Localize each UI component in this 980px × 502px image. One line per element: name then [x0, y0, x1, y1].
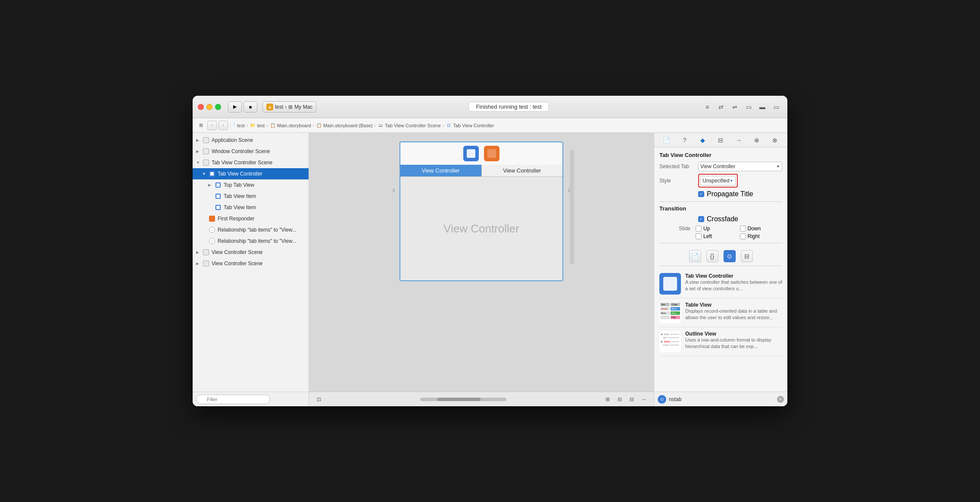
zoom-icon[interactable]: ↔	[639, 395, 649, 404]
breadcrumb-item-2[interactable]: 📋 Main.storyboard	[270, 122, 311, 129]
breadcrumb-label-4: Tab View Controller Scene	[385, 123, 440, 128]
left-checkbox[interactable]	[696, 233, 702, 239]
scheme-selector[interactable]: ▲ test › ⊞ My Mac	[262, 101, 316, 113]
debug-icon[interactable]: ▬	[756, 101, 768, 113]
expand-arrow: ▼	[196, 160, 202, 165]
editor-standard-icon[interactable]: ≡	[701, 101, 713, 113]
canvas-bottom-icons-left: ⊡	[314, 395, 324, 404]
sidebar-item-tab-view-item-1[interactable]: Tab View Item	[193, 191, 309, 202]
tab-selector-row: View Controller View Controller	[400, 165, 562, 177]
storyboard-icon-0: 📄	[230, 122, 236, 129]
inspector-file-icon[interactable]: 📄	[661, 135, 672, 146]
scene-placeholder-text: View Controller	[443, 222, 519, 235]
tab-controller-scene-icon	[463, 146, 479, 161]
sidebar-item-top-tab-view[interactable]: ▶ Top Tab View	[193, 179, 309, 191]
grid-bottom-icon[interactable]: ⊞	[603, 395, 612, 404]
crossfade-checkbox[interactable]	[698, 216, 704, 222]
grid-icon[interactable]: ⊞	[196, 121, 206, 130]
inspector-effects-icon[interactable]: ⊗	[769, 135, 780, 146]
sidebar-item-relationship-2[interactable]: → Relationship "tab items" to "View...	[193, 235, 309, 247]
outline-arrow-1: ▶	[661, 333, 663, 336]
run-button[interactable]: ▶	[228, 101, 242, 113]
first-responder-scene-icon	[484, 146, 499, 161]
toolbar-right: ≡ ⇄ ⇌ ▭ ▬ ▭	[701, 101, 782, 113]
sidebar-item-application-scene[interactable]: ▶ Application Scene	[193, 135, 309, 146]
breadcrumb-item-3[interactable]: 📋 Main.storyboard (Base)	[316, 122, 372, 129]
up-label: Up	[703, 226, 710, 232]
canvas-vscrollbar[interactable]	[570, 150, 574, 264]
style-select[interactable]: Unspecified ▼	[700, 176, 736, 185]
component-name-tab: Tab View Controller	[685, 273, 782, 279]
canvas-scrollbar-thumb	[437, 398, 481, 401]
sidebar-item-view-controller-scene-2[interactable]: ▶ View Controller Scene	[193, 258, 309, 269]
breadcrumb-label-2: Main.storyboard	[277, 123, 311, 128]
forward-button[interactable]: ›	[218, 121, 228, 130]
fit-icon[interactable]: ⊡	[314, 395, 324, 404]
selected-tab-select[interactable]: View Controller ▼	[698, 162, 782, 171]
breadcrumb-item-0[interactable]: 📄 test	[230, 122, 245, 129]
breadcrumb-item-4[interactable]: 🗂 Tab View Controller Scene	[378, 122, 440, 129]
navigator-icon[interactable]: ▭	[743, 101, 755, 113]
sidebar-item-tab-view-controller-scene[interactable]: ▼ Tab View Controller Scene	[193, 157, 309, 168]
table-row-mini-header: Jon Clear	[660, 303, 680, 306]
breadcrumb-label-1: test	[257, 123, 265, 128]
sidebar-item-relationship-1[interactable]: → Relationship "tab items" to "View...	[193, 224, 309, 235]
sidebar-item-tab-view-controller[interactable]: ▼ Tab View Controller	[193, 168, 309, 179]
component-desc-outline: Uses a row-and-column format to display …	[685, 337, 782, 350]
scene-icon-4: 🗂	[378, 122, 384, 129]
sidebar-label-application-scene: Application Scene	[212, 137, 253, 143]
panel-file-icon-btn[interactable]: 📄	[689, 250, 701, 262]
sidebar-item-first-responder[interactable]: First Responder	[193, 213, 309, 224]
library-search-input[interactable]	[669, 395, 774, 404]
tab-label-1: View Controller	[503, 167, 541, 174]
aspect-icon[interactable]: ⊟	[627, 395, 637, 404]
align-icon[interactable]: ⊟	[615, 395, 624, 404]
filter-input[interactable]	[196, 395, 270, 404]
inspector-size-icon[interactable]: ⊟	[715, 135, 726, 146]
breadcrumb-item-1[interactable]: 📁 test	[250, 122, 265, 129]
sidebar-item-view-controller-scene-1[interactable]: ▶ View Controller Scene	[193, 247, 309, 258]
outline-bar-2	[668, 337, 679, 338]
panel-table-icon-btn[interactable]: ⊟	[741, 250, 753, 262]
back-button[interactable]: ‹	[207, 121, 217, 130]
library-search-clear-button[interactable]: ✕	[777, 396, 784, 403]
transition-grid: Slide Up Down Left	[659, 226, 782, 239]
right-checkbox[interactable]	[740, 233, 746, 239]
scheme-icon: ▲	[266, 104, 273, 110]
table-cell: Chris	[660, 307, 670, 311]
inspector-connections-icon[interactable]: →	[733, 135, 744, 146]
editor-version-icon[interactable]: ⇌	[729, 101, 741, 113]
tab-btn-1[interactable]: View Controller	[482, 165, 563, 176]
divider-2	[659, 243, 782, 243]
down-checkbox[interactable]	[740, 226, 746, 232]
stop-button[interactable]: ■	[243, 101, 257, 113]
up-checkbox[interactable]	[696, 226, 702, 232]
outline-bar-4	[670, 345, 679, 345]
outline-arrow-3: ▶	[661, 340, 663, 343]
minimize-button[interactable]	[206, 104, 212, 110]
propagate-title-checkbox[interactable]	[698, 191, 704, 197]
canvas-hscrollbar[interactable]	[420, 398, 506, 401]
panel-circle-icon-btn[interactable]: ⊙	[724, 250, 736, 262]
inspector-help-icon[interactable]: ?	[679, 135, 690, 146]
breadcrumb-label-5: Tab View Controller	[453, 123, 494, 128]
editor-assistant-icon[interactable]: ⇄	[715, 101, 727, 113]
component-card-outline-view: ▶ Matt Jon ▶ Kelly	[659, 327, 782, 356]
breadcrumb-label-0: test	[237, 123, 245, 128]
canvas-hscrollbar-container	[324, 398, 603, 401]
panel-style-row: Style Unspecified ▼	[659, 174, 782, 188]
canvas-scroll[interactable]: ›	[309, 133, 654, 392]
inspector-bindings-icon[interactable]: ⊕	[751, 135, 762, 146]
sidebar-item-window-controller-scene[interactable]: ▶ Window Controller Scene	[193, 146, 309, 157]
breadcrumb-item-5[interactable]: ⊡ Tab View Controller	[446, 122, 494, 129]
storyboard-icon	[202, 260, 210, 267]
inspector-attributes-icon[interactable]: ◆	[697, 135, 708, 146]
sidebar-item-tab-view-item-2[interactable]: Tab View Item	[193, 202, 309, 213]
tab-btn-0[interactable]: View Controller	[400, 165, 482, 176]
close-button[interactable]	[198, 104, 204, 110]
panel-braces-icon-btn[interactable]: {}	[706, 250, 718, 262]
inspector-icon[interactable]: ▭	[770, 101, 782, 113]
fullscreen-button[interactable]	[215, 104, 221, 110]
sidebar-label-window-controller-scene: Window Controller Scene	[212, 148, 270, 154]
storyboard-icon	[202, 147, 210, 155]
